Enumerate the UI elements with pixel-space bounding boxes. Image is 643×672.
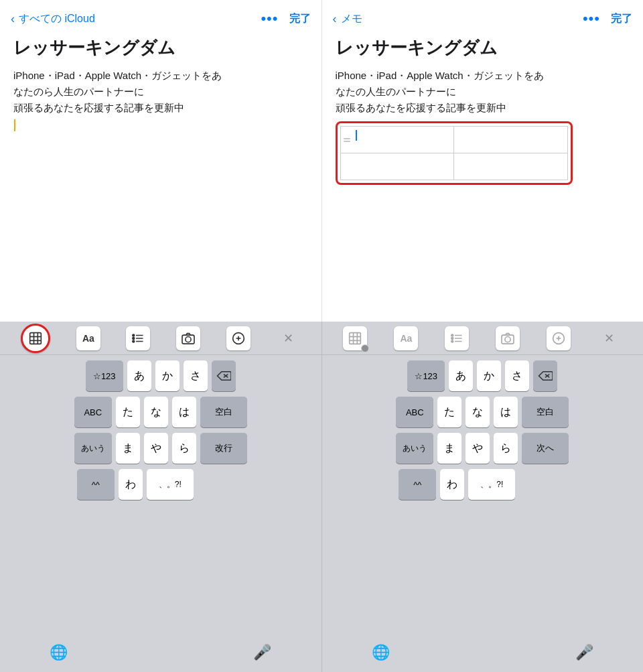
right-dots-button[interactable]: •••: [583, 10, 600, 27]
key-label: な: [472, 405, 483, 419]
key-ma-right[interactable]: ま: [437, 433, 461, 464]
key-ka-left[interactable]: か: [155, 360, 180, 391]
key-punct-right[interactable]: 、。?!: [468, 469, 515, 500]
left-mic-button[interactable]: 🎤: [253, 644, 271, 661]
key-label: 改行: [215, 442, 232, 454]
key-label: 空白: [537, 406, 554, 418]
key-a-right[interactable]: あ: [449, 360, 473, 391]
key-ka-right[interactable]: か: [477, 360, 501, 391]
key-label: さ: [512, 369, 522, 383]
right-table-button[interactable]: [343, 326, 367, 350]
key-abc-right[interactable]: ABC: [396, 397, 433, 427]
key-na-left[interactable]: な: [144, 397, 168, 427]
left-table-button[interactable]: [21, 324, 50, 353]
svg-point-7: [133, 337, 135, 339]
right-font-button[interactable]: Aa: [394, 326, 418, 350]
key-wa-right[interactable]: わ: [440, 469, 464, 500]
left-done-button[interactable]: 完了: [289, 12, 311, 26]
key-abc-left[interactable]: ABC: [74, 397, 112, 427]
key-sa-right[interactable]: さ: [505, 360, 529, 391]
key-caret-right[interactable]: ^^: [399, 469, 436, 500]
key-aiueo-right[interactable]: あいう: [396, 433, 433, 464]
table-text-cursor: [356, 130, 357, 141]
key-ha-right[interactable]: は: [494, 397, 518, 427]
left-list-button[interactable]: [126, 326, 150, 350]
close-icon: ✕: [283, 331, 293, 346]
key-return-left[interactable]: 改行: [200, 433, 247, 464]
right-panel: ‹ メモ ••• 完了 レッサーキングダム iPhone・iPad・Apple …: [322, 0, 644, 322]
key-ra-left[interactable]: ら: [172, 433, 196, 464]
key-wa-left[interactable]: わ: [119, 469, 143, 500]
left-globe-button[interactable]: 🌐: [50, 644, 68, 661]
table-cell-2[interactable]: [454, 127, 568, 153]
right-content: レッサーキングダム iPhone・iPad・Apple Watch・ガジェットを…: [322, 32, 644, 322]
key-label: た: [123, 405, 133, 419]
left-dots-button[interactable]: •••: [261, 10, 278, 27]
key-label: ら: [500, 442, 511, 456]
key-space-right[interactable]: 空白: [522, 397, 569, 427]
left-row-3: あいう ま や ら 改行: [5, 433, 316, 464]
left-keyboard: Aa: [0, 322, 322, 672]
key-label: あいう: [81, 443, 105, 454]
key-delete-right[interactable]: [533, 360, 557, 391]
key-label: 次へ: [537, 442, 554, 454]
right-nav: ‹ メモ ••• 完了: [322, 0, 644, 32]
key-aiueo-left[interactable]: あいう: [74, 433, 112, 464]
key-label: 、。?!: [480, 479, 503, 490]
key-caret-left[interactable]: ^^: [77, 469, 115, 500]
key-ma-left[interactable]: ま: [116, 433, 140, 464]
key-ta-right[interactable]: た: [437, 397, 461, 427]
table-cell-4[interactable]: [454, 153, 568, 180]
key-label: か: [484, 369, 494, 383]
left-font-button[interactable]: Aa: [76, 326, 100, 350]
key-label: さ: [190, 369, 201, 383]
key-label: 空白: [215, 406, 232, 418]
key-delete-left[interactable]: [212, 360, 236, 391]
table-cell-1[interactable]: [340, 127, 454, 153]
right-done-button[interactable]: 完了: [611, 12, 632, 26]
key-star123-right[interactable]: ☆123: [407, 360, 445, 391]
right-globe-button[interactable]: 🌐: [372, 644, 390, 661]
key-label: わ: [125, 478, 136, 492]
table-row-handle[interactable]: [342, 133, 352, 147]
right-mic-button[interactable]: 🎤: [575, 644, 593, 661]
right-close-button[interactable]: ✕: [597, 326, 622, 350]
key-space-left[interactable]: 空白: [200, 397, 247, 427]
left-close-button[interactable]: ✕: [276, 326, 300, 350]
left-camera-button[interactable]: [176, 326, 200, 350]
key-next-right[interactable]: 次へ: [522, 433, 569, 464]
left-body-line3: 頑張るあなたを応援する記事を更新中: [13, 102, 184, 113]
left-note-title: レッサーキングダム: [13, 38, 308, 58]
table-cell-3[interactable]: [340, 153, 454, 180]
key-label: は: [500, 405, 511, 419]
key-ha-left[interactable]: は: [172, 397, 196, 427]
right-back-button[interactable]: ‹ メモ: [333, 12, 362, 26]
right-body-line1: iPhone・iPad・Apple Watch・ガジェットをあ: [336, 70, 544, 81]
text-cursor: [14, 119, 15, 131]
left-back-button[interactable]: ‹ すべての iCloud: [11, 12, 95, 26]
table-row: [340, 153, 567, 180]
right-bottom-bar: 🌐 🎤: [322, 637, 644, 672]
right-camera-button[interactable]: [496, 326, 520, 350]
key-label: ABC: [84, 407, 102, 417]
left-keys-area: ☆123 あ か さ ABC た な は 空白: [0, 355, 322, 637]
key-punct-left[interactable]: 、。?!: [147, 469, 194, 500]
inserted-table[interactable]: [340, 126, 568, 180]
key-star123-left[interactable]: ☆123: [86, 360, 123, 391]
key-ya-right[interactable]: や: [466, 433, 490, 464]
font-icon: Aa: [82, 333, 94, 344]
key-label: や: [472, 442, 483, 456]
key-a-left[interactable]: あ: [127, 360, 151, 391]
right-row-3: あいう ま や ら 次へ: [328, 433, 638, 464]
key-sa-left[interactable]: さ: [184, 360, 208, 391]
key-na-right[interactable]: な: [466, 397, 490, 427]
key-ya-left[interactable]: や: [144, 433, 168, 464]
key-ta-left[interactable]: た: [116, 397, 140, 427]
left-markup-button[interactable]: [226, 326, 251, 350]
right-list-button[interactable]: [445, 326, 469, 350]
table-row: [340, 127, 567, 153]
right-row-1: ☆123 あ か さ: [328, 360, 638, 391]
right-markup-button[interactable]: [547, 326, 571, 350]
key-label: か: [162, 369, 173, 383]
key-ra-right[interactable]: ら: [494, 433, 518, 464]
